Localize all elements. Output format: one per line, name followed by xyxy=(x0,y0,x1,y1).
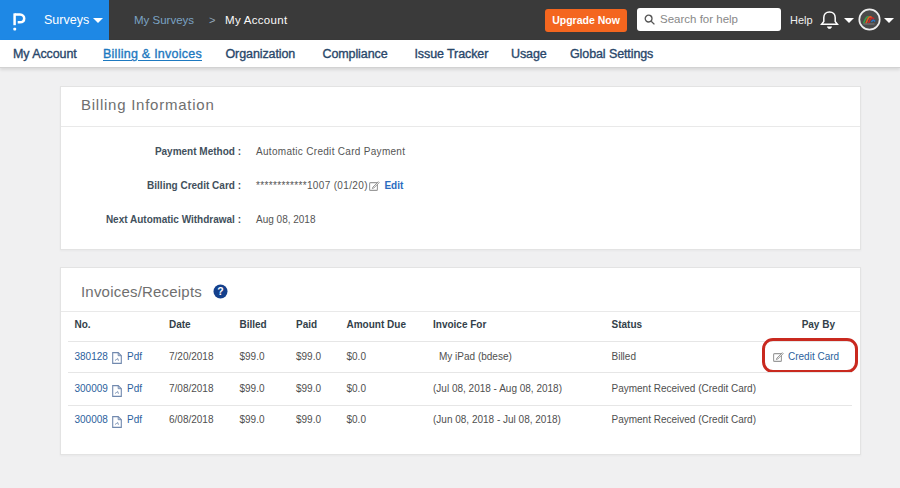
svg-text:?: ? xyxy=(217,285,223,297)
